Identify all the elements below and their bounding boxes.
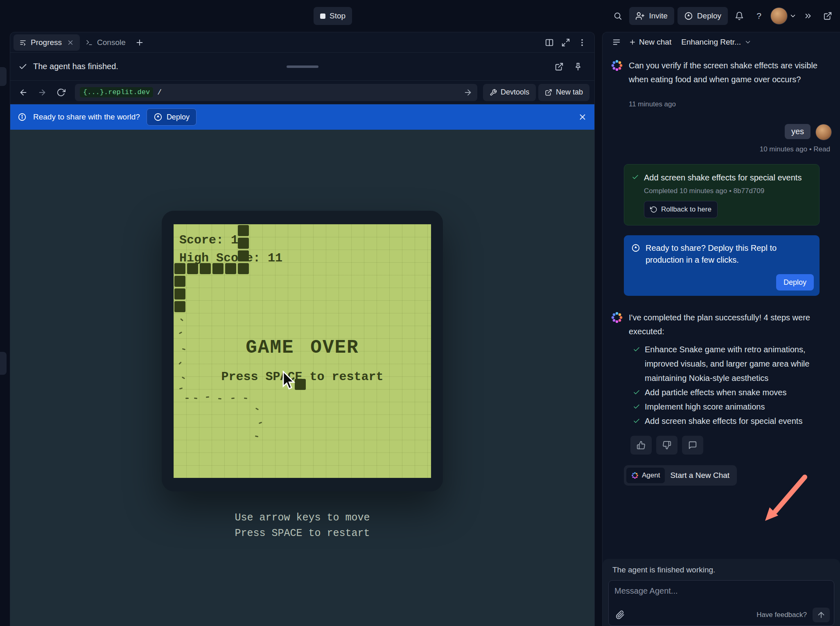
- search-button[interactable]: [610, 8, 626, 24]
- agent-logo-icon: [631, 472, 639, 479]
- snake-segment: [238, 263, 249, 274]
- stop-button[interactable]: Stop: [314, 7, 352, 25]
- chevron-down-icon: [744, 38, 752, 46]
- particle-dot: [231, 397, 235, 399]
- plus-icon: [135, 38, 144, 47]
- snake-segment: [174, 301, 185, 312]
- info-icon: [18, 113, 27, 122]
- tab-console[interactable]: Console: [80, 34, 131, 51]
- maximize-pane-button[interactable]: [558, 34, 574, 51]
- pin-button[interactable]: [570, 59, 586, 75]
- add-tab-button[interactable]: [131, 34, 148, 51]
- plan-item: Implement high score animations: [629, 400, 823, 414]
- close-tab-icon[interactable]: [67, 39, 74, 46]
- particle-dot: [218, 398, 221, 400]
- plan-item-text: Add screen shake effects for special eve…: [645, 414, 810, 428]
- dock-nub-top[interactable]: [0, 67, 7, 86]
- deploy-banner: Ready to share with the world? Deploy: [10, 104, 594, 130]
- invite-label: Invite: [649, 11, 667, 20]
- collapse-panel-button[interactable]: [800, 8, 816, 24]
- statusbar-actions: [551, 59, 586, 75]
- new-chat-header-button[interactable]: New chat: [629, 38, 671, 47]
- refresh-icon: [56, 88, 65, 97]
- url-bar[interactable]: {...}.replit.dev /: [75, 84, 477, 101]
- plan-item: Add particle effects when snake moves: [629, 385, 823, 400]
- chevrons-right-icon: [804, 11, 813, 20]
- progress-icon: [19, 39, 27, 46]
- session-selector[interactable]: Enhancing Retr...: [681, 38, 752, 47]
- devtools-label: Devtools: [501, 88, 529, 97]
- open-external-button[interactable]: [551, 59, 567, 75]
- account-menu[interactable]: [770, 7, 797, 25]
- new-chat-label: New chat: [639, 38, 671, 47]
- particle-dot: [255, 435, 258, 437]
- step-card-meta: Completed 10 minutes ago • 8b77d709: [644, 187, 812, 195]
- particle-dot: [179, 387, 183, 390]
- plan-item-text: Implement high score animations: [645, 400, 810, 414]
- pane-menu-button[interactable]: [574, 34, 590, 51]
- stop-label: Stop: [330, 11, 345, 20]
- thumbs-down-button[interactable]: [656, 436, 677, 455]
- tab-progress[interactable]: Progress: [14, 34, 80, 51]
- notifications-button[interactable]: [731, 8, 747, 24]
- agent-chat-panel: New chat Enhancing Retr... Can you verif…: [602, 32, 840, 626]
- dock-nub-handle[interactable]: [0, 352, 7, 375]
- chat-header: New chat Enhancing Retr...: [603, 32, 840, 52]
- new-tab-button[interactable]: New tab: [538, 84, 589, 101]
- particle-dot: [194, 397, 197, 399]
- plan-intro: I've completed the plan successfully! 4 …: [629, 311, 823, 338]
- deploy-card-text: Ready to share? Deploy this Repl to prod…: [646, 242, 797, 266]
- invite-button[interactable]: Invite: [629, 7, 674, 25]
- card-deploy-button[interactable]: Deploy: [776, 274, 814, 290]
- start-new-chat-button[interactable]: Agent Start a New Chat: [624, 465, 737, 486]
- forward-button[interactable]: [34, 84, 50, 101]
- plan-checklist: Enhance Snake game with retro animations…: [629, 342, 823, 428]
- particle-dot: [206, 396, 209, 398]
- send-arrow-icon: [817, 610, 826, 619]
- attach-file-button[interactable]: [614, 608, 627, 621]
- deploy-icon: [684, 11, 693, 20]
- topbar-actions: Invite Deploy ?: [610, 0, 836, 32]
- particle-dot: [185, 398, 189, 399]
- tab-progress-label: Progress: [31, 38, 62, 47]
- snake-segment: [225, 263, 236, 274]
- lcd-screen[interactable]: Score: 1 High Score: 11 GAME OVER Press …: [174, 224, 431, 478]
- thumbs-up-button[interactable]: [630, 436, 652, 455]
- url-host-badge: {...}.replit.dev: [80, 87, 153, 97]
- split-view-button[interactable]: [541, 34, 558, 51]
- have-feedback-link[interactable]: Have feedback?: [756, 611, 807, 619]
- agent-chip: Agent: [626, 468, 665, 483]
- back-button[interactable]: [15, 84, 32, 101]
- question-timestamp: 11 minutes ago: [629, 100, 832, 108]
- deploy-icon: [631, 243, 640, 252]
- app-preview: Score: 1 High Score: 11 GAME OVER Press …: [10, 130, 594, 626]
- banner-close-icon[interactable]: [578, 113, 587, 122]
- send-message-button[interactable]: [813, 608, 830, 622]
- comment-icon: [688, 441, 697, 450]
- message-input[interactable]: [614, 586, 828, 596]
- popout-window-button[interactable]: [820, 8, 836, 24]
- devtools-button[interactable]: Devtools: [483, 84, 536, 101]
- agent-finished-status: The agent is finished working.: [612, 565, 834, 574]
- snake-segment: [238, 250, 249, 261]
- refresh-button[interactable]: [53, 84, 69, 101]
- banner-deploy-button[interactable]: Deploy: [147, 108, 196, 126]
- snake-segment: [238, 225, 249, 236]
- workspace-body: Progress Console: [0, 32, 840, 626]
- chat-list-button[interactable]: [608, 34, 625, 50]
- help-button[interactable]: ?: [751, 8, 767, 24]
- plan-item: Add screen shake effects for special eve…: [629, 414, 823, 428]
- pane-drag-handle[interactable]: [287, 65, 318, 68]
- particle-dot: [255, 408, 259, 410]
- user-message-row: yes: [611, 124, 832, 140]
- stop-icon: [320, 14, 325, 19]
- step-card-title-row: Add screen shake effects for special eve…: [632, 171, 812, 184]
- go-to-url-icon[interactable]: [463, 88, 472, 97]
- snake-segment: [174, 288, 185, 299]
- bell-icon: [735, 11, 744, 20]
- comment-button[interactable]: [682, 436, 703, 455]
- rollback-button[interactable]: Rollback to here: [644, 201, 718, 218]
- deploy-button[interactable]: Deploy: [677, 7, 728, 25]
- user-avatar: [770, 7, 788, 25]
- chat-list-icon: [612, 38, 621, 47]
